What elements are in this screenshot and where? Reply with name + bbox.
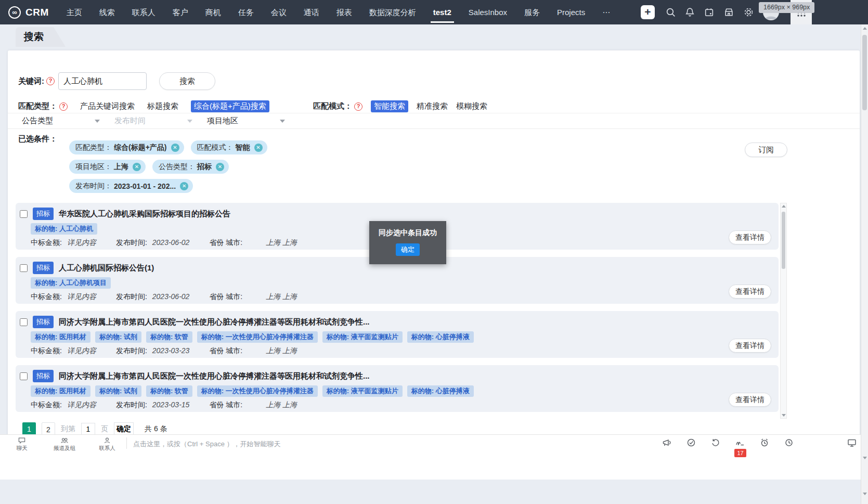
remove-tag-icon[interactable]: ✕ (171, 144, 179, 152)
match-option[interactable]: 产品关键词搜索 (80, 101, 135, 111)
search-panel: 关键词: ? 搜索 匹配类型：? 产品关键词搜索标题搜索综合(标题+产品)搜索 … (8, 50, 860, 457)
view-detail-button[interactable]: 查看详情 (729, 393, 771, 407)
help-icon[interactable]: ? (59, 102, 68, 111)
region-label: 省份 城市: (209, 238, 242, 248)
subject-tag: 标的物: 液平面监测贴片 (322, 385, 403, 397)
result-checkbox[interactable] (20, 210, 28, 218)
history-clock-icon[interactable] (784, 437, 794, 448)
subject-tag: 标的物: 液平面监测贴片 (322, 331, 403, 343)
dialog-message: 同步选中条目成功 (369, 221, 446, 238)
result-subject-tags: 标的物: 医用耗材标的物: 试剂标的物: 软管标的物: 一次性使用心脏冷停搏灌注… (31, 331, 474, 343)
subscribe-button[interactable]: 订阅 (745, 143, 787, 157)
tab-search[interactable]: 搜索 (16, 27, 66, 47)
nav-item[interactable]: 商机 (205, 0, 221, 24)
nav-item[interactable]: 报表 (336, 0, 352, 24)
scroll-down-icon[interactable] (862, 455, 867, 461)
results-scrollbar-thumb[interactable] (782, 212, 785, 269)
nav-item[interactable]: Projects (557, 0, 585, 24)
condition-name: 项目地区： (75, 162, 112, 172)
result-checkbox[interactable] (20, 318, 28, 326)
nav-item[interactable]: 通话 (304, 0, 319, 24)
view-detail-button[interactable]: 查看详情 (729, 285, 771, 299)
remove-tag-icon[interactable]: ✕ (133, 163, 141, 171)
nav-item[interactable]: 联系人 (132, 0, 156, 24)
match-option[interactable]: 模糊搜索 (456, 101, 487, 111)
window-scrollbar-thumb[interactable] (862, 35, 867, 110)
region-label: 省份 城市: (209, 400, 242, 410)
result-meta: 中标金额: 详见内容 发布时间: 2023-03-15 省份 城市: 上海 上海 (31, 400, 297, 410)
help-icon[interactable]: ? (354, 102, 362, 111)
filter-dropdown[interactable]: 公告类型 (22, 116, 100, 126)
nav-item[interactable]: ⋯ (602, 0, 610, 24)
result-title: 同济大学附属上海市第四人民医院一次性使用心脏冷停搏灌注器等医用耗材和试剂竞争性.… (59, 317, 370, 327)
condition-tag: 匹配模式：智能✕ (191, 140, 267, 154)
page-background: 搜索 关键词: ? 搜索 匹配类型：? 产品关键词搜索标题搜索综合(标题+产品)… (0, 24, 868, 504)
contacts-button[interactable]: 联系人 (94, 436, 121, 452)
region-label: 省份 城市: (209, 292, 242, 302)
page-unit-label: 页 (101, 424, 108, 434)
contact-person-icon (103, 436, 111, 445)
match-option[interactable]: 智能搜索 (371, 100, 408, 112)
smart-chat-input[interactable]: 点击这里，或按（Ctrl + Space ），开始智能聊天 (133, 440, 281, 449)
subject-tag: 标的物: 人工心肺机 (31, 223, 97, 235)
scroll-down-icon[interactable] (862, 491, 867, 497)
calendar-icon[interactable] (704, 7, 715, 18)
search-icon[interactable] (665, 7, 676, 18)
help-icon[interactable]: ? (46, 77, 55, 85)
filter-dropdown[interactable]: 发布时间 (114, 116, 192, 126)
condition-name: 匹配模式： (197, 143, 234, 152)
nav-item[interactable]: test2 (433, 0, 451, 24)
refresh-icon[interactable] (710, 437, 721, 448)
nav-item[interactable]: 客户 (173, 0, 188, 24)
task-check-icon[interactable] (686, 437, 696, 448)
scroll-down-icon[interactable] (781, 412, 786, 418)
subject-tag: 标的物: 试剂 (95, 331, 141, 343)
nav-item[interactable]: 任务 (238, 0, 254, 24)
remove-tag-icon[interactable]: ✕ (216, 163, 224, 171)
result-row: 招标 同济大学附属上海市第四人民医院一次性使用心脏冷停搏灌注器等医用耗材和试剂竞… (16, 311, 779, 358)
goto-page-input[interactable] (81, 423, 95, 436)
result-meta: 中标金额: 详见内容 发布时间: 2023-03-23 省份 城市: 上海 上海 (31, 346, 297, 356)
filter-label: 公告类型 (22, 116, 53, 126)
condition-name: 公告类型： (159, 162, 195, 172)
view-detail-button[interactable]: 查看详情 (729, 339, 771, 353)
megaphone-icon[interactable] (662, 437, 672, 448)
nav-item[interactable]: 服务 (524, 0, 540, 24)
subject-tag: 标的物: 医用耗材 (31, 385, 90, 397)
channels-groups-button[interactable]: 频道及组 (51, 436, 78, 452)
subject-tag: 标的物: 心脏停搏液 (407, 385, 474, 397)
match-option[interactable]: 标题搜索 (147, 101, 178, 111)
bell-icon[interactable] (684, 7, 695, 18)
nav-item[interactable]: 主页 (67, 0, 82, 24)
date-value: 2023-06-02 (152, 292, 190, 301)
view-detail-button[interactable]: 查看详情 (729, 230, 771, 244)
amount-label: 中标金额: (31, 292, 62, 302)
result-meta: 中标金额: 详见内容 发布时间: 2023-06-02 省份 城市: 上海 上海 (31, 238, 297, 248)
result-checkbox[interactable] (20, 372, 28, 380)
nav-item[interactable]: 数据深度分析 (369, 0, 416, 24)
signature-icon[interactable] (735, 437, 745, 448)
nav-item[interactable]: 线索 (99, 0, 115, 24)
result-checkbox[interactable] (20, 264, 28, 272)
keyword-input[interactable] (58, 72, 147, 90)
search-button[interactable]: 搜索 (159, 72, 215, 90)
filter-dropdown[interactable]: 项目地区 (207, 116, 285, 126)
create-plus-button[interactable]: + (641, 5, 655, 19)
chat-bar-tools (662, 437, 857, 448)
marketplace-icon[interactable] (723, 7, 734, 18)
chat-button[interactable]: 聊天 (8, 436, 35, 452)
nav-item[interactable]: 会议 (271, 0, 287, 24)
scroll-up-icon[interactable] (781, 203, 786, 209)
gear-icon[interactable] (743, 7, 754, 18)
remove-tag-icon[interactable]: ✕ (180, 182, 188, 190)
chevron-down-icon (280, 120, 285, 123)
nav-item[interactable]: SalesInbox (469, 0, 507, 24)
match-option[interactable]: 精准搜索 (417, 101, 448, 111)
brand[interactable]: ∞ CRM (8, 6, 49, 19)
match-option[interactable]: 综合(标题+产品)搜索 (191, 100, 269, 112)
monitor-icon[interactable] (847, 437, 857, 448)
dialog-ok-button[interactable]: 确定 (396, 243, 420, 256)
alarm-clock-icon[interactable] (759, 437, 770, 448)
remove-tag-icon[interactable]: ✕ (254, 144, 263, 152)
scroll-up-icon[interactable] (862, 25, 867, 31)
